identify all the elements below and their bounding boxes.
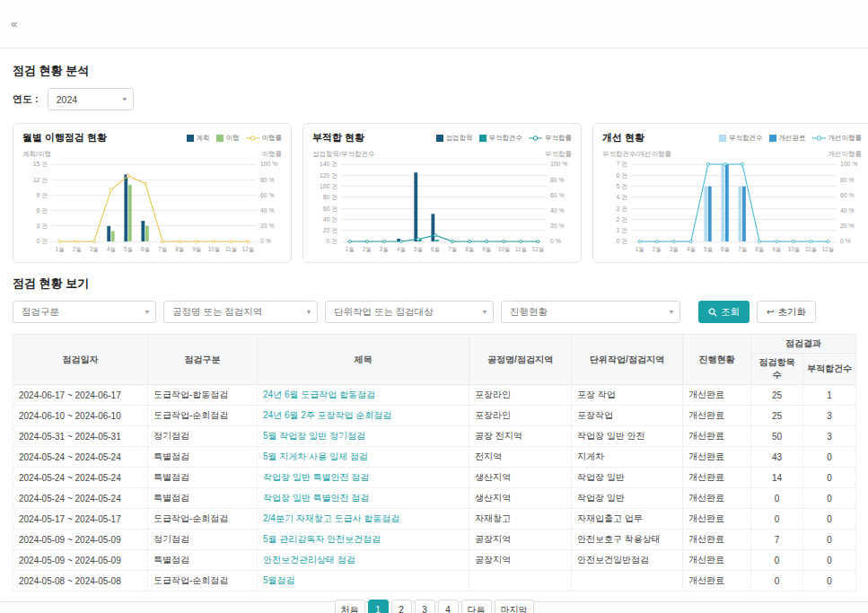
svg-text:80 %: 80 % [840, 177, 855, 183]
cell-process: 공장 전지역 [469, 426, 572, 447]
cell-process: 포장라인 [469, 385, 572, 406]
cell-process: 공장지역 [469, 530, 572, 550]
cell-process: 전지역 [469, 447, 572, 468]
legend-label: 부적합률 [545, 134, 572, 143]
svg-text:10월: 10월 [788, 246, 800, 252]
svg-text:12월: 12월 [532, 246, 544, 252]
filter-select-category[interactable]: 점검구분 ▾ [13, 301, 156, 323]
cell-item-count: 0 [751, 488, 803, 509]
cell-category: 특별점검 [148, 447, 258, 468]
cell-nonconform-count: 0 [803, 468, 856, 488]
cell-unit: 자재입출고 업무 [572, 509, 683, 530]
svg-text:12 건: 12 건 [33, 177, 48, 183]
left-axis-title: 부적합건수/개선이행률 [602, 150, 671, 159]
page-button[interactable]: 다음 [461, 600, 492, 613]
inspection-title-link[interactable]: 5월 지게차 사용 일제 점검 [263, 451, 368, 461]
svg-text:2 건: 2 건 [617, 216, 627, 223]
table-row: 2024-05-24 ~ 2024-05-24특별점검5월 지게차 사용 일제 … [13, 447, 856, 468]
filter-select-process[interactable]: 공정명 또는 점검지역 ▾ [163, 301, 318, 323]
table-row: 2024-05-17 ~ 2024-05-17도급작업-순회점검2/4분기 자재… [13, 509, 856, 530]
chevron-down-icon: ▾ [307, 308, 311, 316]
cell-category: 도급작업-순회점검 [148, 509, 258, 530]
main-content: 점검 현황 분석 연도 : 2024 ▾ 월별 이행점검 현황 계획이행이행률 … [0, 48, 868, 602]
filter-select-unit[interactable]: 단위작업 또는 점검대상 ▾ [325, 301, 494, 323]
reset-button[interactable]: ↩ 초기화 [757, 301, 816, 323]
svg-text:11월: 11월 [805, 246, 817, 252]
inspection-title-link[interactable]: 5월 작업장 일반 정기점검 [263, 431, 365, 441]
column-header-unit: 단위작업/점검지역 [572, 335, 683, 385]
svg-text:8월: 8월 [755, 246, 764, 252]
year-select[interactable]: 2024 ▾ [48, 88, 134, 110]
undo-arrow-icon: ↩ [767, 308, 774, 317]
left-axis-title: 점검항목/부적합건수 [312, 150, 375, 159]
legend-line-marker [812, 135, 826, 142]
svg-text:15 건: 15 건 [33, 161, 48, 167]
svg-text:80 %: 80 % [550, 177, 565, 183]
inspection-title-link[interactable]: 안전보건관리상태 점검 [263, 555, 355, 565]
inspection-title-link[interactable]: 5월 관리감독자 안전보건점검 [263, 534, 381, 544]
cell-unit: 작업장 일반 안전 [572, 426, 683, 447]
search-icon [708, 308, 717, 317]
page-button[interactable]: 처음 [335, 600, 365, 613]
page-button[interactable]: 2 [391, 600, 412, 613]
cell-item-count: 0 [751, 509, 803, 530]
svg-text:0 %: 0 % [260, 238, 271, 244]
svg-text:60 건: 60 건 [323, 206, 338, 212]
legend-label: 이행률 [262, 134, 283, 143]
cell-nonconform-count: 3 [803, 426, 856, 447]
inspection-title-link[interactable]: 작업장 일반 특별안전 점검 [263, 493, 369, 503]
cell-status: 개선완료 [683, 530, 751, 550]
svg-text:20 %: 20 % [260, 223, 275, 229]
cell-title: 작업장 일반 특별안전 점검 [258, 468, 469, 488]
cell-status: 개선완료 [683, 509, 751, 530]
search-button[interactable]: 조회 [698, 301, 750, 323]
page-button[interactable]: 4 [438, 600, 459, 613]
svg-text:3월: 3월 [670, 246, 679, 252]
cell-category: 특별점검 [148, 488, 258, 509]
chevron-down-icon: ▾ [123, 95, 127, 103]
svg-text:5월: 5월 [704, 246, 713, 252]
page-button-current[interactable]: 1 [368, 600, 389, 613]
legend-label: 부적합건수 [489, 134, 523, 143]
cell-nonconform-count: 0 [803, 488, 856, 509]
svg-text:9 건: 9 건 [37, 192, 48, 198]
cell-process: 공장지역 [469, 550, 572, 571]
cell-title: 5월 관리감독자 안전보건점검 [258, 530, 469, 550]
page-button[interactable]: 마지막 [495, 600, 534, 613]
top-bar: « [0, 0, 868, 48]
cell-unit: 포장작업 [572, 406, 683, 426]
page-button[interactable]: 3 [415, 600, 435, 613]
column-header-title: 제목 [258, 335, 469, 385]
filter-row: 점검구분 ▾ 공정명 또는 점검지역 ▾ 단위작업 또는 점검대상 ▾ 진행현황… [13, 301, 855, 323]
inspection-title-link[interactable]: 2/4분기 자재창고 도급사 합동점검 [263, 513, 399, 523]
legend-item: 이행 [216, 134, 240, 143]
svg-text:12월: 12월 [822, 246, 834, 252]
legend-swatch [436, 135, 443, 142]
svg-text:4월: 4월 [397, 246, 406, 252]
chart-card-monthly-inspection: 월별 이행점검 현황 계획이행이행률 계획/이행 이행률 0 건3 건6 건9 … [13, 123, 292, 263]
sidebar-collapse-icon[interactable]: « [11, 17, 17, 31]
svg-text:7월: 7월 [158, 246, 167, 252]
inspection-title-link[interactable]: 작업장 일반 특별안전 점검 [263, 472, 369, 482]
column-header-status: 진행현황 [683, 335, 751, 385]
svg-text:20 %: 20 % [550, 223, 565, 229]
svg-text:40 건: 40 건 [323, 216, 338, 223]
cell-item-count: 0 [751, 550, 803, 571]
chart-title: 월별 이행점검 현황 [22, 131, 107, 144]
svg-text:60 %: 60 % [840, 192, 855, 198]
filter-select-status[interactable]: 진행현황 ▾ [501, 301, 680, 323]
inspection-title-link[interactable]: 24년 6월 도급작업 합동점검 [263, 390, 375, 399]
column-header-result-group: 점검결과 [751, 335, 856, 354]
year-select-value: 2024 [57, 94, 77, 105]
svg-text:3월: 3월 [90, 246, 99, 252]
cell-nonconform-count: 0 [803, 530, 856, 550]
year-filter-row: 연도 : 2024 ▾ [13, 88, 855, 110]
svg-text:3 건: 3 건 [617, 206, 627, 212]
svg-text:100 %: 100 % [550, 161, 567, 167]
legend-item: 이행률 [246, 134, 283, 143]
chart-plot-improvement: 0 건1 건2 건3 건4 건5 건6 건7 건0 %20 %40 %60 %8… [602, 161, 862, 254]
legend-label: 개선이행률 [829, 134, 863, 143]
inspection-title-link[interactable]: 5월점검 [263, 575, 295, 585]
inspection-title-link[interactable]: 24년 6월 2주 포장작업 순회점검 [263, 410, 391, 420]
svg-text:3 건: 3 건 [37, 223, 48, 229]
